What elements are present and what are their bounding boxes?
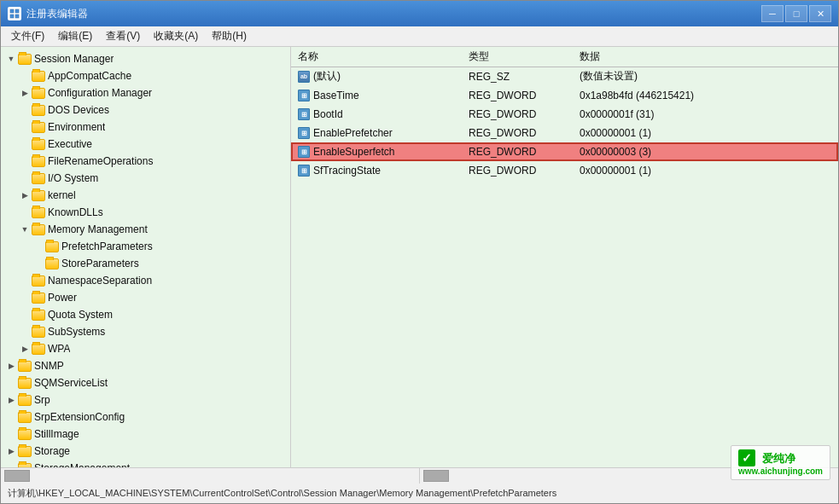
maximize-button[interactable]: □ — [785, 5, 807, 22]
expand-icon[interactable]: ▶ — [18, 86, 32, 100]
expand-icon — [18, 171, 32, 185]
tree-label-memory-mgmt: Memory Management — [48, 223, 148, 235]
expand-icon — [18, 291, 32, 304]
reg-data: 0x00000003 (3) — [573, 142, 838, 161]
tree-item-srp-ext[interactable]: SrpExtensionConfig — [1, 408, 290, 426]
tree-item-environment[interactable]: Environment — [1, 119, 290, 136]
folder-icon — [32, 342, 45, 356]
menu-favorites[interactable]: 收藏夹(A) — [147, 27, 205, 45]
table-row[interactable]: ⊞ BootId REG_DWORD 0x0000001f (31) — [291, 105, 838, 124]
reg-name: ⊞ EnablePrefetcher — [291, 124, 462, 142]
folder-icon — [32, 291, 45, 304]
tree-item-srp[interactable]: ▶ Srp — [1, 391, 290, 408]
expand-icon — [4, 461, 18, 467]
folder-icon — [32, 206, 45, 219]
menu-help[interactable]: 帮助(H) — [205, 27, 253, 45]
reg-type-icon: ⊞ — [298, 165, 310, 177]
folder-icon — [32, 154, 45, 168]
folder-icon — [32, 274, 45, 287]
tree-item-store-params[interactable]: StoreParameters — [1, 255, 290, 272]
expand-icon[interactable]: ▶ — [4, 393, 18, 407]
tree-label-appcompat: AppCompatCache — [48, 70, 131, 82]
expand-icon[interactable]: ▶ — [4, 359, 18, 373]
minimize-button[interactable]: ─ — [761, 5, 784, 22]
title-bar: 注册表编辑器 ─ □ ✕ — [1, 1, 838, 26]
reg-data: 0x00000001 (1) — [573, 161, 838, 180]
tree-item-kernel[interactable]: ▶ kernel — [1, 187, 290, 204]
tree-label-filerename: FileRenameOperations — [48, 155, 153, 167]
svg-rect-3 — [15, 14, 19, 18]
tree-item-filerename[interactable]: FileRenameOperations — [1, 153, 290, 170]
table-row[interactable]: ⊞ EnablePrefetcher REG_DWORD 0x00000001 … — [291, 124, 838, 142]
tree-item-wpa[interactable]: ▶ WPA — [1, 340, 290, 357]
reg-data: 0x0000001f (31) — [573, 105, 838, 124]
registry-table[interactable]: 名称 类型 数据 ab (默认) — [291, 47, 838, 467]
tree-label-snmp: SNMP — [34, 360, 64, 372]
tree-label-sqm: SQMServiceList — [34, 377, 108, 389]
reg-data: (数值未设置) — [573, 67, 838, 86]
expand-icon[interactable]: ▶ — [18, 188, 32, 202]
reg-type: REG_SZ — [462, 67, 573, 86]
expand-icon[interactable]: ▶ — [4, 444, 18, 458]
tree-item-sqm[interactable]: SQMServiceList — [1, 374, 290, 391]
col-header-name: 名称 — [291, 47, 462, 67]
tree-item-subsystems[interactable]: SubSystems — [1, 323, 290, 340]
hscroll-thumb[interactable] — [4, 470, 30, 482]
expand-icon[interactable]: ▼ — [4, 52, 18, 66]
tree-item-storage-mgmt[interactable]: StorageManagement — [1, 460, 290, 467]
menu-file[interactable]: 文件(F) — [4, 27, 51, 45]
folder-icon — [32, 308, 45, 322]
tree-item-executive[interactable]: Executive — [1, 136, 290, 153]
tree-item-prefetch-params[interactable]: PrefetchParameters — [1, 238, 290, 255]
table-row[interactable]: ⊞ BaseTime REG_DWORD 0x1a98b4fd (4462154… — [291, 86, 838, 105]
expand-icon — [18, 69, 32, 83]
tree-item-session-manager[interactable]: ▼ Session Manager — [1, 50, 290, 67]
menu-edit[interactable]: 编辑(E) — [51, 27, 99, 45]
tree-item-still-image[interactable]: StillImage — [1, 426, 290, 443]
tree-hscroll[interactable] — [1, 468, 420, 484]
expand-icon[interactable]: ▼ — [18, 223, 32, 236]
folder-icon — [18, 52, 32, 66]
folder-icon — [45, 240, 59, 253]
tree-label-power: Power — [48, 292, 77, 304]
tree-item-config-manager[interactable]: ▶ Configuration Manager — [1, 84, 290, 101]
tree-item-memory-mgmt[interactable]: ▼ Memory Management — [1, 221, 290, 238]
expand-icon — [18, 103, 32, 117]
tree-item-dos-devices[interactable]: DOS Devices — [1, 101, 290, 119]
reg-name: ab (默认) — [291, 67, 462, 86]
tree-item-storage[interactable]: ▶ Storage — [1, 443, 290, 460]
expand-icon — [4, 376, 18, 390]
expand-icon[interactable]: ▶ — [18, 342, 32, 356]
tree-label-environment: Environment — [48, 121, 105, 133]
tree-item-io-system[interactable]: I/O System — [1, 170, 290, 187]
menu-view[interactable]: 查看(V) — [99, 27, 147, 45]
reg-data: 0x00000001 (1) — [573, 124, 838, 142]
tree-item-snmp[interactable]: ▶ SNMP — [1, 357, 290, 374]
tree-item-power[interactable]: Power — [1, 289, 290, 306]
table-row[interactable]: ab (默认) REG_SZ (数值未设置) — [291, 67, 838, 86]
window-title: 注册表编辑器 — [26, 7, 761, 21]
col-header-data: 数据 — [573, 47, 838, 67]
table-row[interactable]: ⊞ SfTracingState REG_DWORD 0x00000001 (1… — [291, 161, 838, 180]
tree-label-io-system: I/O System — [48, 172, 98, 184]
tree-scroll[interactable]: ▼ Session Manager AppCompatCache ▶ Confi… — [1, 47, 290, 467]
tree-item-known-dlls[interactable]: KnownDLLs — [1, 204, 290, 221]
folder-icon — [32, 171, 45, 185]
tree-item-quota-system[interactable]: Quota System — [1, 306, 290, 323]
svg-rect-1 — [15, 9, 19, 13]
expand-icon — [4, 410, 18, 424]
reg-type: REG_DWORD — [462, 105, 573, 124]
tree-item-namespace-sep[interactable]: NamespaceSeparation — [1, 272, 290, 289]
main-area: ▼ Session Manager AppCompatCache ▶ Confi… — [1, 47, 838, 467]
table-row-selected[interactable]: ⊞ EnableSuperfetch REG_DWORD 0x00000003 … — [291, 142, 838, 161]
svg-rect-0 — [10, 9, 14, 13]
tree-label-srp: Srp — [34, 394, 50, 406]
tree-label-store-params: StoreParameters — [61, 258, 139, 269]
close-button[interactable]: ✕ — [809, 5, 831, 22]
reg-name: ⊞ SfTracingState — [291, 161, 462, 180]
tree-item-appcompat[interactable]: AppCompatCache — [1, 67, 290, 84]
expand-icon — [18, 120, 32, 134]
hscroll-thumb-right[interactable] — [423, 470, 449, 482]
right-panel: 名称 类型 数据 ab (默认) — [291, 47, 838, 467]
table-hscroll[interactable] — [420, 468, 838, 484]
